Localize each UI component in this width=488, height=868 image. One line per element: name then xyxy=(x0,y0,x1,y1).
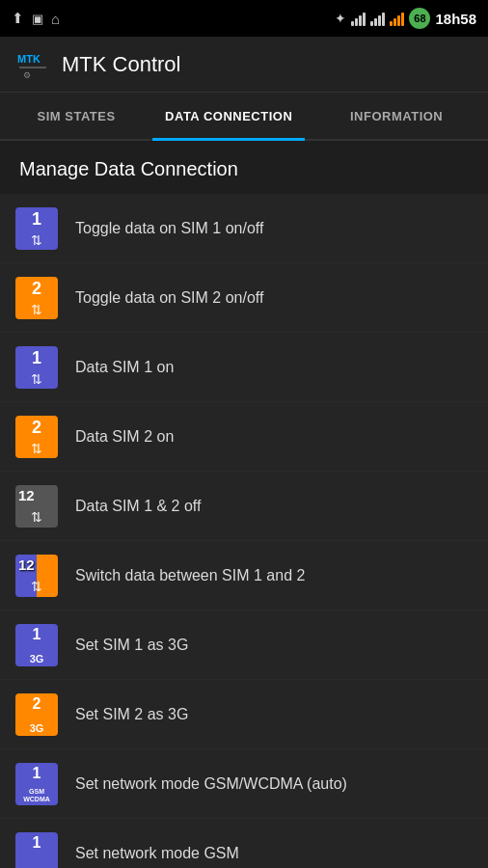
list-item-switch-sim12[interactable]: 12 ⇅ Switch data between SIM 1 and 2 xyxy=(0,541,488,610)
tab-information[interactable]: INFORMATION xyxy=(305,93,488,139)
label-data-sim12-off: Data SIM 1 & 2 off xyxy=(75,498,201,515)
icon-data-sim12-off: 12 ⇅ xyxy=(15,485,58,528)
list-item-sim1-gsm-wcdma[interactable]: 1 GSMWCDMA Set network mode GSM/WCDMA (a… xyxy=(0,749,488,819)
status-bar-left-icons: ⬆ ▣ ⌂ xyxy=(12,10,60,27)
svg-rect-2 xyxy=(19,67,46,68)
label-sim1-gsm-wcdma: Set network mode GSM/WCDMA (auto) xyxy=(75,775,347,793)
section-title: Manage Data Connection xyxy=(0,141,488,194)
label-switch-sim12: Switch data between SIM 1 and 2 xyxy=(75,567,305,584)
label-sim1-gsm: Set network mode GSM xyxy=(75,845,239,862)
status-time: 18h58 xyxy=(435,11,476,27)
list-item-data-sim1-on[interactable]: 1 ⇅ Data SIM 1 on xyxy=(0,333,488,402)
label-toggle-sim1: Toggle data on SIM 1 on/off xyxy=(75,220,263,237)
list-item-sim1-gsm[interactable]: 1 Set network mode GSM xyxy=(0,819,488,868)
tab-bar: SIM STATES DATA CONNECTION INFORMATION xyxy=(0,93,488,141)
app-title: MTK Control xyxy=(62,52,180,77)
label-data-sim2-on: Data SIM 2 on xyxy=(75,428,174,446)
app-bar: MTK ⚙ MTK Control xyxy=(0,37,488,93)
app-logo: MTK ⚙ xyxy=(15,47,50,82)
battery-indicator: 68 xyxy=(409,8,430,29)
list-item-sim1-3g[interactable]: 1 3G Set SIM 1 as 3G xyxy=(0,610,488,680)
status-bar: ⬆ ▣ ⌂ ✦ 68 18h58 xyxy=(0,0,488,37)
usb-icon: ⬆ xyxy=(12,10,24,27)
list-item-data-sim12-off[interactable]: 12 ⇅ Data SIM 1 & 2 off xyxy=(0,472,488,541)
status-right-icons: ✦ 68 18h58 xyxy=(335,8,476,29)
tab-data-connection[interactable]: DATA CONNECTION xyxy=(152,93,305,139)
svg-text:⚙: ⚙ xyxy=(23,70,31,80)
icon-data-sim1-on: 1 ⇅ xyxy=(15,346,58,389)
icon-sim1-gsm-wcdma: 1 GSMWCDMA xyxy=(15,763,58,805)
icon-switch-sim12: 12 ⇅ xyxy=(15,555,58,597)
label-toggle-sim2: Toggle data on SIM 2 on/off xyxy=(75,289,263,307)
icon-toggle-sim2: 2 ⇅ xyxy=(15,277,58,319)
icon-sim1-3g: 1 3G xyxy=(15,624,58,666)
icon-data-sim2-on: 2 ⇅ xyxy=(15,416,58,458)
home-icon: ⌂ xyxy=(51,11,60,27)
image-icon: ▣ xyxy=(32,12,43,26)
label-sim2-3g: Set SIM 2 as 3G xyxy=(75,706,188,723)
label-sim1-3g: Set SIM 1 as 3G xyxy=(75,637,188,654)
content-area: Manage Data Connection 1 ⇅ Toggle data o… xyxy=(0,141,488,868)
icon-toggle-sim1: 1 ⇅ xyxy=(15,207,58,250)
list-item-data-sim2-on[interactable]: 2 ⇅ Data SIM 2 on xyxy=(0,402,488,472)
signal-icon xyxy=(370,11,385,26)
signal-orange-icon xyxy=(390,11,404,26)
bluetooth-icon: ✦ xyxy=(335,11,346,26)
wifi-icon xyxy=(351,11,366,26)
icon-sim2-3g: 2 3G xyxy=(15,693,58,736)
icon-sim1-gsm: 1 xyxy=(15,832,58,869)
list-item-sim2-3g[interactable]: 2 3G Set SIM 2 as 3G xyxy=(0,680,488,749)
svg-text:MTK: MTK xyxy=(17,53,41,65)
list-item-toggle-sim2[interactable]: 2 ⇅ Toggle data on SIM 2 on/off xyxy=(0,263,488,333)
tab-sim-states[interactable]: SIM STATES xyxy=(0,93,152,139)
list-item-toggle-sim1[interactable]: 1 ⇅ Toggle data on SIM 1 on/off xyxy=(0,194,488,263)
label-data-sim1-on: Data SIM 1 on xyxy=(75,359,174,376)
